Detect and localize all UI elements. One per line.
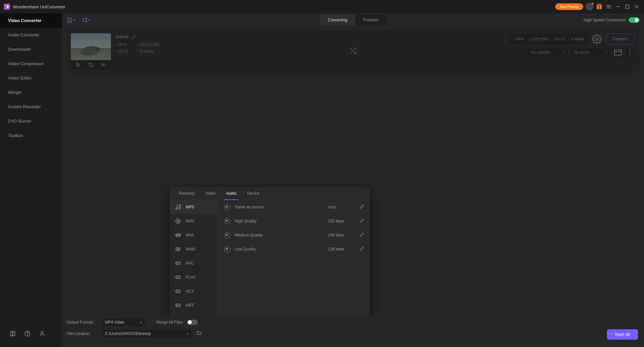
chevron-down-icon: ▾ [73, 18, 75, 22]
titlebar-right: See Pricing [555, 3, 640, 10]
chevron-down-icon: ▾ [563, 51, 565, 54]
format-popup: Recently Video Audio Device MP3 WAV M4A … [170, 187, 370, 336]
svg-point-35 [177, 220, 179, 222]
quality-row[interactable]: Medium Quality256 kbps [218, 228, 370, 242]
file-location-dropdown[interactable]: C:\Users\OHGOI\Desktop▾ [102, 330, 192, 338]
audio-dropdown[interactable]: No audio▾ [571, 48, 611, 57]
chevron-down-icon: ▾ [187, 332, 188, 336]
out-size: 6.48MB [569, 37, 584, 41]
src-format: MP4 [116, 42, 128, 47]
subtitle-dropdown[interactable]: No subtitle▾ [528, 48, 568, 57]
format-icon [175, 288, 181, 294]
source-meta: MP4 1920*1080 00:10 6.48MB [116, 42, 159, 54]
out-duration: 00:10 [553, 37, 564, 41]
popup-tab-video[interactable]: Video [200, 187, 221, 200]
edit-icon[interactable] [359, 218, 364, 224]
sidebar-item-video-editor[interactable]: Video Editor [0, 71, 62, 85]
titlebar-left: Wondershare UniConverter [4, 4, 65, 10]
format-item-aac[interactable]: AAC [170, 256, 218, 270]
thumbnail-column [71, 33, 111, 69]
user-avatar-icon[interactable] [586, 3, 593, 10]
more-icon[interactable] [101, 62, 106, 67]
see-pricing-button[interactable]: See Pricing [555, 3, 583, 10]
start-all-button[interactable]: Start All [607, 329, 638, 340]
out-resolution: 1920*1080 [528, 37, 548, 41]
edit-icon[interactable] [359, 204, 364, 210]
quality-row[interactable]: Low Quality128 kbps [218, 242, 370, 256]
quality-row[interactable]: High Quality320 kbps [218, 214, 370, 228]
maximize-icon[interactable] [624, 3, 631, 10]
add-file-button[interactable]: ▾ [67, 17, 75, 23]
sidebar-item-dvd-burner[interactable]: DVD Burner [0, 114, 62, 128]
settings-icon[interactable] [592, 34, 602, 44]
merge-label: Merge All Files: [156, 320, 184, 325]
svg-point-3 [597, 4, 599, 6]
sidebar: Video Converter Audio Converter Download… [0, 13, 62, 347]
book-icon[interactable] [9, 330, 16, 337]
format-item-aiff[interactable]: AIFF [170, 298, 218, 312]
svg-rect-2 [599, 5, 600, 9]
format-item-flac[interactable]: FLAC [170, 270, 218, 284]
sidebar-item-video-compressor[interactable]: Video Compressor [0, 56, 62, 71]
menu-icon[interactable] [605, 3, 612, 10]
output-format-dropdown[interactable]: MP4 Video▾ [102, 318, 145, 326]
music-note-icon [175, 204, 181, 210]
sidebar-item-toolbox[interactable]: Toolbox [0, 128, 62, 143]
quality-row[interactable]: Same as sourceAuto [218, 200, 370, 214]
format-item-wma[interactable]: WMA [170, 242, 218, 256]
feedback-icon[interactable] [39, 330, 45, 337]
popup-tab-recently[interactable]: Recently [174, 187, 200, 200]
radio-icon [224, 204, 230, 210]
gift-icon[interactable] [596, 3, 603, 10]
format-item-ac3[interactable]: AC3 [170, 284, 218, 298]
format-list[interactable]: MP3 WAV M4A WMA AAC FLAC AC3 AIFF [170, 200, 218, 320]
svg-point-26 [596, 38, 599, 40]
content-toolbar: ▾ ▾ Converting Finished High Speed Conve… [62, 13, 644, 27]
trim-icon[interactable] [76, 62, 81, 67]
minimize-icon[interactable] [615, 3, 621, 10]
edit-icon[interactable] [359, 246, 364, 252]
edit-icon[interactable] [359, 232, 364, 238]
add-url-button[interactable]: ▾ [82, 17, 90, 23]
output-format-label: Output Format: [67, 320, 97, 325]
sidebar-item-merger[interactable]: Merger [0, 85, 62, 100]
convert-button[interactable]: Convert [605, 33, 635, 44]
high-speed-toggle[interactable] [629, 17, 639, 23]
chevron-down-icon: ▾ [606, 51, 607, 54]
svg-line-16 [86, 21, 87, 22]
close-icon[interactable] [633, 3, 640, 10]
popup-tab-audio[interactable]: Audio [221, 187, 242, 200]
sidebar-item-audio-converter[interactable]: Audio Converter [0, 28, 62, 42]
format-item-mp3[interactable]: MP3 [170, 200, 218, 214]
open-folder-icon[interactable] [196, 330, 202, 337]
thumbnail-mode-icon[interactable] [613, 48, 623, 57]
svg-point-31 [629, 54, 631, 55]
svg-point-13 [27, 335, 28, 335]
format-icon [175, 274, 181, 280]
popup-tab-device[interactable]: Device [242, 187, 265, 200]
output-meta: MP4 1920*1080 00:10 6.48MB [509, 34, 589, 44]
sidebar-item-screen-recorder[interactable]: Screen Recorder [0, 100, 62, 114]
media-icon [175, 246, 181, 252]
radio-icon [224, 246, 230, 252]
sidebar-item-video-converter[interactable]: Video Converter [0, 13, 62, 28]
tab-finished[interactable]: Finished [355, 15, 386, 25]
merge-toggle[interactable] [187, 320, 198, 325]
format-item-wav[interactable]: WAV [170, 214, 218, 228]
format-item-m4a[interactable]: M4A [170, 228, 218, 242]
svg-rect-9 [626, 5, 629, 8]
output-column: MP4 1920*1080 00:10 6.48MB Convert No su… [509, 33, 635, 57]
crop-icon[interactable] [88, 62, 94, 67]
video-thumbnail[interactable] [71, 33, 111, 60]
output-row-1: MP4 1920*1080 00:10 6.48MB Convert [509, 33, 635, 44]
sidebar-item-downloader[interactable]: Downloader [0, 42, 62, 56]
svg-point-4 [600, 4, 601, 6]
file-meta: animal MP4 1920*1080 00:10 6.48MB [116, 33, 159, 54]
out-format: MP4 [513, 37, 523, 41]
row-more-icon[interactable] [625, 48, 635, 57]
status-tabs: Converting Finished [320, 15, 386, 25]
edit-name-icon[interactable] [132, 34, 136, 39]
help-icon[interactable] [24, 330, 31, 337]
svg-rect-27 [615, 50, 622, 55]
tab-converting[interactable]: Converting [320, 15, 355, 25]
